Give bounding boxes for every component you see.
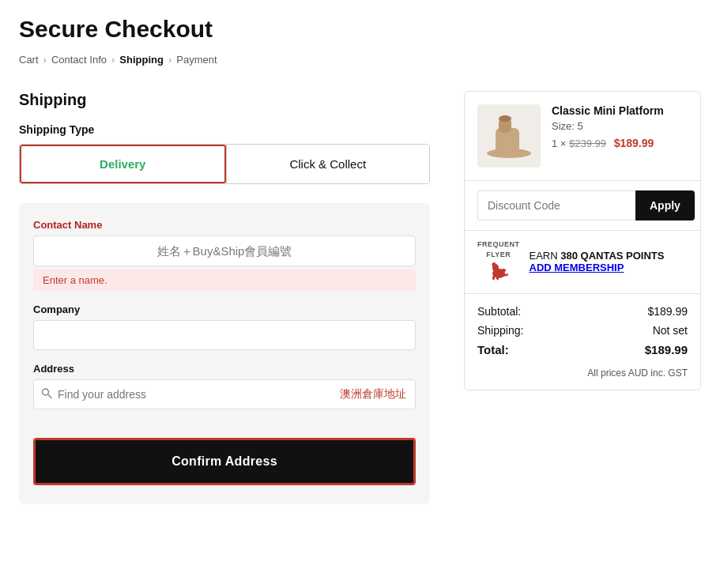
contact-name-input[interactable]: [33, 236, 416, 266]
page-title: Secure Checkout: [19, 16, 701, 43]
qantas-flyer-text: FLYER: [486, 251, 511, 259]
price-original: $239.99: [569, 138, 606, 149]
shipping-toggle: Delivery Click & Collect: [19, 144, 430, 184]
breadcrumb-sep-1: ›: [43, 54, 47, 66]
address-search-wrapper: 澳洲倉庫地址: [33, 379, 416, 409]
contact-name-group: Contact Name Enter a name.: [33, 219, 416, 291]
totals-section: Subtotal: $189.99 Shipping: Not set Tota…: [465, 294, 700, 368]
shipping-type-label: Shipping Type: [19, 123, 439, 136]
add-membership-link[interactable]: ADD MEMBERSHIP: [530, 262, 665, 273]
product-info: Classic Mini Platform Size: 5 1 × $239.9…: [552, 104, 688, 168]
delivery-form: Contact Name Enter a name. Company Addre…: [19, 203, 430, 504]
qantas-points-value: 380 QANTAS POINTS: [560, 250, 664, 262]
price-sale: $189.99: [614, 137, 654, 149]
discount-code-input[interactable]: [477, 190, 635, 220]
breadcrumb: Cart › Contact Info › Shipping › Payment: [19, 54, 701, 66]
breadcrumb-payment[interactable]: Payment: [176, 54, 217, 66]
product-name: Classic Mini Platform: [552, 104, 688, 117]
svg-point-9: [501, 269, 506, 272]
svg-point-5: [499, 115, 511, 122]
product-qty-prefix: 1 ×: [552, 138, 566, 149]
gst-note: All prices AUD inc. GST: [465, 368, 700, 390]
shipping-value: Not set: [653, 324, 688, 337]
contact-name-error: Enter a name.: [33, 270, 416, 291]
order-summary-card: Classic Mini Platform Size: 5 1 × $239.9…: [464, 91, 701, 390]
address-label: Address: [33, 363, 416, 375]
shipping-section-title: Shipping: [19, 91, 439, 109]
company-group: Company: [33, 303, 416, 350]
breadcrumb-contact-info[interactable]: Contact Info: [51, 54, 107, 66]
breadcrumb-cart[interactable]: Cart: [19, 54, 39, 66]
address-group: Address 澳洲倉庫地址: [33, 363, 416, 409]
right-panel: Classic Mini Platform Size: 5 1 × $239.9…: [464, 91, 701, 390]
total-value: $189.99: [645, 343, 688, 356]
product-row: Classic Mini Platform Size: 5 1 × $239.9…: [465, 92, 700, 181]
qantas-earn-text: EARN 380 QANTAS POINTS: [530, 250, 665, 262]
qantas-kangaroo-icon: [488, 261, 510, 284]
search-icon: [41, 388, 52, 401]
svg-point-8: [492, 262, 496, 267]
confirm-address-button[interactable]: Confirm Address: [33, 438, 416, 485]
subtotal-label: Subtotal:: [477, 305, 521, 318]
total-label: Total:: [477, 343, 509, 356]
qantas-logo: FREQUENT FLYER: [477, 240, 520, 284]
apply-button[interactable]: Apply: [635, 190, 695, 220]
delivery-button[interactable]: Delivery: [20, 145, 226, 183]
qantas-label-text: FREQUENT: [477, 240, 520, 249]
qantas-info: EARN 380 QANTAS POINTS ADD MEMBERSHIP: [530, 250, 665, 273]
total-row: Total: $189.99: [477, 343, 688, 356]
left-panel: Shipping Shipping Type Delivery Click & …: [19, 91, 439, 504]
svg-rect-11: [496, 277, 499, 280]
click-collect-button[interactable]: Click & Collect: [226, 145, 430, 183]
product-image: [477, 104, 541, 168]
breadcrumb-shipping: Shipping: [119, 54, 164, 66]
product-qty: 1 × $239.99 $189.99: [552, 137, 688, 149]
shipping-row: Shipping: Not set: [477, 324, 688, 337]
subtotal-row: Subtotal: $189.99: [477, 305, 688, 318]
breadcrumb-sep-3: ›: [168, 54, 172, 66]
contact-name-label: Contact Name: [33, 219, 416, 231]
breadcrumb-sep-2: ›: [111, 54, 115, 66]
discount-row: Apply: [465, 181, 700, 231]
product-size: Size: 5: [552, 120, 688, 132]
subtotal-value: $189.99: [647, 305, 688, 318]
qantas-row: FREQUENT FLYER: [465, 231, 700, 294]
shipping-label: Shipping:: [477, 324, 523, 337]
company-label: Company: [33, 303, 416, 315]
company-input[interactable]: [33, 320, 416, 350]
svg-rect-10: [492, 276, 495, 280]
address-hint: 澳洲倉庫地址: [340, 387, 406, 401]
svg-line-1: [48, 394, 51, 398]
